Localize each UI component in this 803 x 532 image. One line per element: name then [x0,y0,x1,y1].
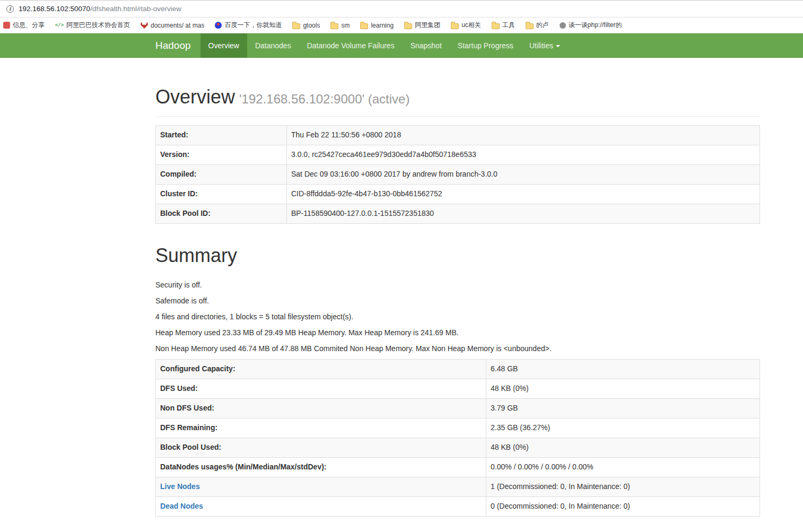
bookmark-label: 工具 [502,21,515,30]
row-value: 0.00% / 0.00% / 0.00% / 0.00% [486,458,760,477]
row-value: 6.48 GB [486,360,760,379]
bookmark-label: 阿里集团 [415,21,440,30]
row-label: DFS Used: [156,379,486,399]
summary-table: Configured Capacity: 6.48 GB DFS Used: 4… [155,359,760,517]
bookmark-item[interactable]: 信息、分享 [3,21,45,30]
row-value: 0 (Decommissioned: 0, In Maintenance: 0) [486,497,760,517]
navbar: Hadoop Overview Datanodes Datanode Volum… [0,33,803,58]
row-value: 2.35 GB (36.27%) [486,418,760,438]
row-value: 48 KB (0%) [486,379,760,399]
table-row: Non DFS Used: 3.79 GB [156,399,760,418]
overview-table: Started: Thu Feb 22 11:50:56 +0800 2018 … [155,125,760,224]
main-content: Overview'192.168.56.102:9000' (active) S… [155,86,760,517]
nav-tab-label: Overview [208,41,239,50]
page-icon [560,22,566,29]
bookmark-item[interactable]: 工具 [492,21,515,30]
code-icon [55,21,64,30]
table-row: Started: Thu Feb 22 11:50:56 +0800 2018 [156,125,760,145]
folder-icon [330,23,338,29]
row-value: CID-8ffddda5-92fe-4b47-b130-0bb461562752 [287,184,760,204]
page-title: Overview'192.168.56.102:9000' (active) [155,86,760,108]
bookmark-label: 的卢 [536,21,549,30]
folder-icon [492,23,500,29]
chevron-down-icon [556,45,560,47]
nav-tabs: Overview Datanodes Datanode Volume Failu… [200,33,568,58]
row-value: Thu Feb 22 11:50:56 +0800 2018 [287,125,760,145]
url-text[interactable]: 192.168.56.102:50070/dfshealth.html#tab-… [19,5,181,13]
row-value: 3.79 GB [486,399,760,418]
row-link[interactable]: Live Nodes [156,477,486,497]
nav-tab-label: Datanode Volume Failures [307,41,395,50]
nav-tab-label: Snapshot [411,41,442,50]
row-label: Configured Capacity: [156,360,486,379]
nav-tab-label: Startup Progress [458,41,513,50]
url-path: /dfshealth.html#tab-overview [90,5,181,13]
row-label: Block Pool Used: [156,438,486,458]
nav-tab[interactable]: Utilities [521,33,568,58]
overview-title: Overview [155,86,235,108]
bookmark-label: documents/ at mas [151,22,204,29]
overview-subtitle: '192.168.56.102:9000' (active) [239,92,409,106]
bookmark-item[interactable]: 阿里集团 [404,21,440,30]
row-label: Cluster ID: [156,184,287,204]
nav-tab[interactable]: Datanode Volume Failures [299,33,403,58]
table-row: Block Pool Used: 48 KB (0%) [156,438,760,458]
row-value: 48 KB (0%) [486,438,760,458]
row-label: Non DFS Used: [156,399,486,418]
table-row: Cluster ID: CID-8ffddda5-92fe-4b47-b130-… [156,184,760,204]
row-value: BP-1158590400-127.0.0.1-1515572351830 [287,204,760,223]
share-icon [3,22,10,29]
baidu-icon [215,22,222,29]
nav-tab[interactable]: Datanodes [247,33,299,58]
bookmark-label: 百度一下，你就知道 [224,21,282,30]
table-row: Version: 3.0.0, rc25427ceca461ee979d30ed… [156,145,760,164]
bookmark-label: 信息、分享 [13,21,45,30]
row-value: Sat Dec 09 03:16:00 +0800 2017 by andrew… [287,164,760,184]
table-row: DFS Used: 48 KB (0%) [156,379,760,399]
bookmark-label: 阿里巴巴技术协会首页 [66,21,130,30]
nav-tab[interactable]: Startup Progress [450,33,521,58]
table-row: Block Pool ID: BP-1158590400-127.0.0.1-1… [156,204,760,223]
bookmark-item[interactable]: 的卢 [526,21,549,30]
url-bar[interactable]: 192.168.56.102:50070/dfshealth.html#tab-… [0,0,803,18]
table-row: Dead Nodes 0 (Decommissioned: 0, In Main… [156,497,760,517]
folder-icon [292,23,300,29]
row-label: Compiled: [156,164,287,184]
summary-line: Security is off. [155,280,760,290]
table-row: DFS Remaining: 2.35 GB (36.27%) [156,418,760,438]
row-link[interactable]: Dead Nodes [156,497,486,517]
info-icon[interactable] [6,5,14,13]
row-label: DFS Remaining: [156,418,486,438]
url-host: 192.168.56.102:50070 [19,5,90,13]
row-value: 1 (Decommissioned: 0, In Maintenance: 0) [486,477,760,497]
bookmark-item[interactable]: gtools [292,22,320,29]
nav-tab[interactable]: Overview [200,33,247,58]
folder-icon [451,23,459,29]
folder-icon [360,23,368,29]
bookmark-item[interactable]: learning [360,22,394,29]
bookmark-item[interactable]: 谈一谈php://filter的 [560,21,622,30]
bookmark-item[interactable]: uc相关 [451,21,481,30]
table-row: Configured Capacity: 6.48 GB [156,360,760,379]
nav-tab[interactable]: Snapshot [403,33,450,58]
bookmarks-bar: 信息、分享 阿里巴巴技术协会首页 documents/ at mas 百度一下，… [0,18,803,33]
summary-line: 4 files and directories, 1 blocks = 5 to… [155,311,760,322]
folder-icon [526,23,534,29]
summary-line: Non Heap Memory used 46.74 MB of 47.88 M… [155,343,760,354]
bookmark-item[interactable]: documents/ at mas [141,22,204,29]
row-label: DataNodes usages% (Min/Median/Max/stdDev… [156,458,486,477]
bookmark-label: sm [341,22,350,29]
browser-chrome: 192.168.56.102:50070/dfshealth.html#tab-… [0,0,803,33]
nav-tab-label: Datanodes [255,41,291,50]
table-row: Compiled: Sat Dec 09 03:16:00 +0800 2017… [156,164,760,184]
summary-line: Heap Memory used 23.33 MB of 29.49 MB He… [155,327,760,338]
bookmark-item[interactable]: sm [330,22,350,29]
bookmark-label: 谈一谈php://filter的 [569,21,622,30]
row-value: 3.0.0, rc25427ceca461ee979d30edd7a4b0f50… [287,145,760,164]
bookmark-item[interactable]: 百度一下，你就知道 [215,21,282,30]
bookmark-item[interactable]: 阿里巴巴技术协会首页 [55,21,130,30]
divider [155,116,760,117]
brand-hadoop[interactable]: Hadoop [155,33,191,58]
summary-line: Safemode is off. [155,295,760,306]
folder-icon [404,23,412,29]
